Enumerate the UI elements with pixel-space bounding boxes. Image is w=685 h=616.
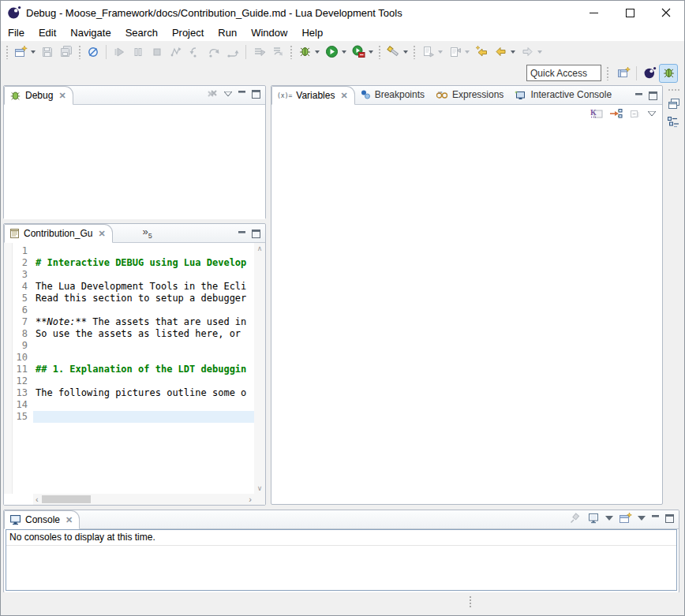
scroll-right-icon[interactable]: ›	[249, 495, 252, 504]
console-content[interactable]: No consoles to display at this time.	[6, 529, 677, 591]
pin-console-icon[interactable]	[569, 512, 582, 525]
editor-line[interactable]: 7**Note:** The assets that are used in	[13, 316, 254, 328]
editor-line-text[interactable]: The following pictures outline some o	[33, 387, 254, 399]
editor-line-text[interactable]: **Note:** The assets that are used in	[33, 316, 254, 328]
last-edit-location-button[interactable]	[472, 43, 491, 62]
editor-line[interactable]: 2# Interactive DEBUG using Lua Develop	[13, 257, 254, 269]
editor-line[interactable]: 3	[13, 269, 254, 281]
window-maximize-button[interactable]	[612, 1, 648, 24]
run-to-line-button[interactable]	[268, 43, 287, 62]
external-tools-button[interactable]	[349, 43, 368, 62]
outline-view-icon[interactable]	[667, 116, 680, 129]
maximize-view-icon[interactable]	[252, 90, 260, 99]
minimize-view-icon[interactable]	[238, 90, 246, 98]
view-menu-icon[interactable]	[224, 91, 232, 97]
tab-console-close-icon[interactable]: ✕	[66, 515, 73, 525]
toolbar-drag-handle[interactable]	[78, 45, 81, 59]
editor-line-text[interactable]	[33, 399, 254, 411]
resume-button[interactable]	[110, 43, 129, 62]
editor-line[interactable]: 10	[13, 352, 254, 364]
open-console-dropdown-icon[interactable]	[638, 516, 646, 521]
tab-interactive-console[interactable]: Interactive Console	[510, 85, 618, 104]
editor-line-text[interactable]: The Lua Development Tools in the Ecli	[33, 281, 254, 293]
search-button[interactable]	[384, 43, 402, 62]
debug-dropdown[interactable]	[315, 50, 320, 54]
tab-breakpoints[interactable]: Breakpoints	[355, 85, 431, 104]
trim-drag-handle[interactable]	[668, 88, 680, 91]
suspend-button[interactable]	[129, 43, 148, 62]
tab-contribution-guide-close-icon[interactable]: ✕	[98, 229, 105, 239]
collapse-all-icon[interactable]	[629, 107, 642, 120]
editor-line[interactable]: 1	[13, 245, 254, 257]
editor-line-text[interactable]	[33, 352, 254, 364]
scroll-left-icon[interactable]: ‹	[36, 495, 39, 504]
editor-line-text[interactable]: Read this section to setup a debugger	[33, 293, 254, 304]
show-logical-structure-icon[interactable]	[609, 107, 623, 120]
previous-annotation-button[interactable]	[445, 43, 464, 62]
menu-search[interactable]: Search	[118, 25, 165, 40]
external-tools-dropdown[interactable]	[369, 50, 373, 54]
window-close-button[interactable]	[648, 1, 684, 24]
editor-line[interactable]: 13The following pictures outline some o	[13, 387, 254, 399]
scroll-up-icon[interactable]: ∧	[257, 245, 263, 252]
editor-line-text[interactable]: # Interactive DEBUG using Lua Develop	[33, 257, 254, 269]
editor-text-area[interactable]: 12# Interactive DEBUG using Lua Develop3…	[4, 243, 254, 494]
step-over-button[interactable]	[204, 43, 223, 62]
debug-perspective-button[interactable]	[659, 64, 678, 83]
next-annotation-dropdown[interactable]	[438, 50, 443, 54]
minimize-view-icon[interactable]	[634, 92, 643, 100]
maximize-view-icon[interactable]	[252, 230, 260, 238]
open-perspective-button[interactable]	[614, 64, 633, 83]
annotation-ruler[interactable]	[4, 243, 13, 494]
save-button[interactable]	[38, 43, 57, 62]
open-console-icon[interactable]	[619, 512, 632, 525]
maximize-view-icon[interactable]	[665, 514, 674, 523]
editor-line[interactable]: 11## 1. Explanation of the LDT debuggin	[13, 364, 254, 375]
previous-annotation-dropdown[interactable]	[465, 50, 470, 54]
editor-line[interactable]: 12	[13, 375, 254, 387]
status-trim-drag-handle[interactable]	[469, 595, 472, 608]
restore-view-icon[interactable]	[668, 98, 680, 110]
editor-line-text[interactable]	[33, 375, 254, 387]
toolbar-drag-handle[interactable]	[290, 45, 293, 59]
step-return-button[interactable]	[223, 43, 242, 62]
editor-line[interactable]: 8So use the assets as listed here, or	[13, 328, 254, 340]
back-dropdown[interactable]	[511, 50, 515, 54]
debug-view-content[interactable]	[4, 105, 265, 219]
back-button[interactable]	[491, 43, 510, 62]
editor-horizontal-scrollbar[interactable]: ‹ ›	[33, 494, 254, 505]
show-type-names-icon[interactable]: K	[590, 107, 603, 120]
step-into-button[interactable]	[185, 43, 204, 62]
variables-view-content[interactable]	[271, 122, 662, 503]
tab-contribution-guide[interactable]: Contribution_Gu ✕	[4, 224, 113, 243]
minimize-view-icon[interactable]	[238, 230, 246, 238]
display-selected-console-icon[interactable]	[587, 513, 600, 525]
editor-line[interactable]: 5Read this section to setup a debugger	[13, 293, 254, 304]
remove-all-terminated-icon[interactable]	[206, 88, 219, 100]
terminate-button[interactable]	[148, 43, 167, 62]
minimize-view-icon[interactable]	[651, 514, 660, 522]
hidden-editors-chevron[interactable]: »5	[143, 226, 152, 242]
disconnect-button[interactable]	[167, 43, 185, 62]
view-menu-icon[interactable]	[648, 111, 656, 117]
editor-vertical-scrollbar[interactable]: ∧ ∨	[254, 243, 265, 494]
tab-debug[interactable]: Debug ✕	[4, 86, 73, 105]
menu-window[interactable]: Window	[244, 25, 294, 40]
skip-all-breakpoints-button[interactable]	[84, 43, 103, 62]
horizontal-scroll-thumb[interactable]	[42, 495, 91, 503]
editor-line[interactable]: 14	[13, 399, 254, 411]
editor-line[interactable]: 9	[13, 340, 254, 352]
editor-line-text[interactable]	[33, 245, 254, 257]
next-annotation-button[interactable]	[418, 43, 437, 62]
save-all-button[interactable]	[57, 43, 76, 62]
quick-access-input[interactable]	[526, 65, 601, 81]
editor-line-text[interactable]	[33, 411, 254, 423]
display-console-dropdown-icon[interactable]	[605, 516, 613, 521]
tab-variables-close-icon[interactable]: ✕	[340, 91, 347, 101]
editor-line[interactable]: 15	[13, 411, 254, 423]
menu-file[interactable]: File	[1, 25, 32, 40]
menu-edit[interactable]: Edit	[32, 25, 63, 40]
menu-navigate[interactable]: Navigate	[63, 25, 118, 40]
run-button[interactable]	[322, 43, 341, 62]
toolbar-drag-handle[interactable]	[413, 45, 416, 59]
